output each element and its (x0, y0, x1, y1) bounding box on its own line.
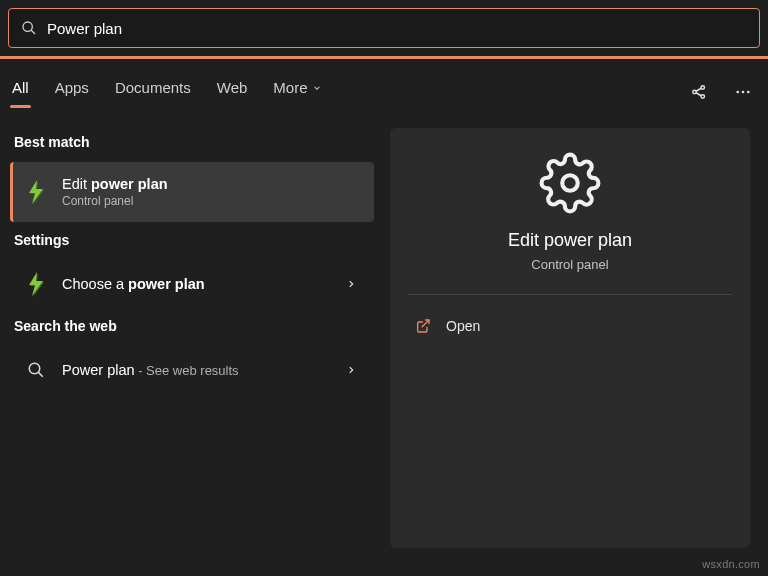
tab-more-label: More (273, 79, 307, 96)
search-icon (21, 20, 37, 36)
gear-icon (408, 152, 732, 214)
section-best-match: Best match (14, 134, 374, 150)
svg-point-12 (562, 175, 578, 191)
watermark: wsxdn.com (702, 558, 760, 570)
result-choose-power-plan[interactable]: Choose a power plan (10, 260, 374, 308)
chevron-down-icon (312, 83, 322, 93)
chevron-right-icon (346, 364, 364, 376)
search-input[interactable] (47, 20, 747, 37)
tab-all[interactable]: All (10, 75, 31, 108)
svg-line-5 (696, 88, 701, 91)
section-search-web: Search the web (14, 318, 374, 334)
filter-tabs: All Apps Documents Web More (0, 59, 768, 118)
svg-point-10 (29, 363, 40, 374)
svg-point-0 (23, 22, 32, 31)
tab-apps[interactable]: Apps (53, 75, 91, 108)
action-open-label: Open (446, 318, 480, 334)
svg-line-1 (31, 30, 35, 34)
open-icon (414, 317, 432, 335)
power-plan-icon (22, 270, 50, 298)
share-icon[interactable] (684, 77, 714, 107)
search-icon (22, 356, 50, 384)
search-bar[interactable] (8, 8, 760, 48)
results-panel: Best match Edit power plan Control panel… (0, 118, 380, 576)
svg-point-7 (736, 90, 739, 93)
svg-point-9 (747, 90, 750, 93)
power-plan-icon (22, 178, 50, 206)
result-edit-power-plan[interactable]: Edit power plan Control panel (10, 162, 374, 222)
result-web-power-plan[interactable]: Power plan - See web results (10, 346, 374, 394)
svg-point-2 (693, 90, 696, 93)
result-subtitle: Control panel (62, 194, 364, 208)
more-options-icon[interactable] (728, 77, 758, 107)
chevron-right-icon (346, 278, 364, 290)
svg-point-8 (742, 90, 745, 93)
result-title: Choose a power plan (62, 276, 346, 292)
svg-line-6 (696, 92, 701, 95)
preview-title: Edit power plan (408, 230, 732, 251)
tab-web[interactable]: Web (215, 75, 250, 108)
action-open[interactable]: Open (408, 307, 732, 345)
svg-point-3 (701, 85, 704, 88)
tab-more[interactable]: More (271, 75, 323, 108)
result-title: Power plan - See web results (62, 362, 346, 378)
svg-line-11 (38, 372, 42, 376)
preview-panel: Edit power plan Control panel Open (390, 128, 750, 548)
svg-line-13 (422, 320, 429, 327)
tab-documents[interactable]: Documents (113, 75, 193, 108)
section-settings: Settings (14, 232, 374, 248)
result-title: Edit power plan (62, 176, 364, 192)
preview-subtitle: Control panel (408, 257, 732, 272)
svg-point-4 (701, 94, 704, 97)
